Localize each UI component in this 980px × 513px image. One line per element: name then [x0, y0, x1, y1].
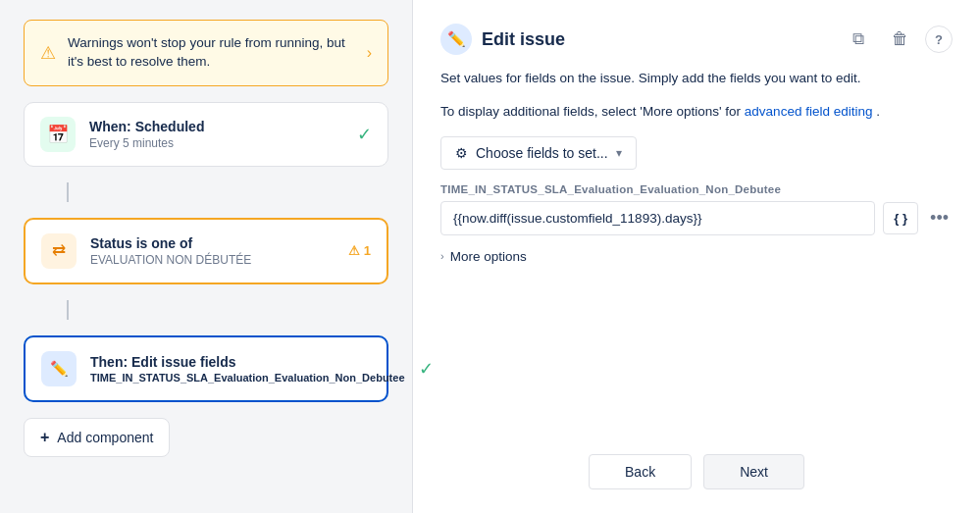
delete-button[interactable]: 🗑	[884, 24, 915, 55]
choose-fields-button[interactable]: ⚙ Choose fields to set... ▾	[440, 136, 637, 170]
plus-icon: +	[40, 429, 49, 446]
footer-row: Back Next	[440, 444, 953, 489]
copy-button[interactable]: ⧉	[843, 24, 874, 55]
right-header: ✏️ Edit issue ⧉ 🗑 ?	[440, 24, 953, 55]
scheduled-title: When: Scheduled	[89, 119, 343, 134]
add-component-label: Add component	[57, 430, 153, 445]
edit-issue-title: Then: Edit issue fields	[90, 354, 405, 370]
edit-issue-icon: ✏️	[41, 351, 77, 386]
more-options-dots-button[interactable]: •••	[926, 204, 953, 232]
left-panel: ⚠ Warnings won't stop your rule from run…	[0, 0, 412, 513]
braces-button[interactable]: { }	[883, 202, 918, 234]
gear-icon: ⚙	[455, 145, 468, 161]
copy-icon: ⧉	[852, 29, 864, 49]
connector-2	[67, 300, 69, 320]
description-2: To display additional fields, select 'Mo…	[440, 102, 953, 122]
chevron-right-icon: ›	[440, 250, 444, 262]
field-value-input[interactable]	[440, 201, 875, 235]
scheduled-icon: 📅	[40, 117, 76, 152]
status-content: Status is one of EVALUATION NON DÉBUTÉE	[90, 235, 335, 267]
warning-icon: ⚠	[40, 42, 56, 64]
trash-icon: 🗑	[892, 29, 908, 49]
chevron-down-icon: ▾	[616, 146, 622, 160]
scheduled-subtitle: Every 5 minutes	[89, 136, 343, 150]
choose-fields-label: Choose fields to set...	[476, 145, 608, 161]
description-1: Set values for fields on the issue. Simp…	[440, 69, 953, 88]
title-row: ✏️ Edit issue	[440, 24, 565, 55]
warning-banner[interactable]: ⚠ Warnings won't stop your rule from run…	[24, 20, 388, 86]
desc-suffix: .	[876, 104, 880, 119]
help-button[interactable]: ?	[925, 26, 953, 53]
status-condition-card[interactable]: ⇄ Status is one of EVALUATION NON DÉBUTÉ…	[24, 218, 388, 284]
status-title: Status is one of	[90, 235, 335, 251]
edit-issue-content: Then: Edit issue fields TIME_IN_STATUS_S…	[90, 354, 405, 384]
edit-issue-subtitle: TIME_IN_STATUS_SLA_Evaluation_Evaluation…	[90, 372, 405, 384]
edit-issue-card[interactable]: ✏️ Then: Edit issue fields TIME_IN_STATU…	[24, 335, 388, 402]
connector-1	[67, 182, 69, 202]
next-button[interactable]: Next	[703, 454, 804, 489]
more-options-row[interactable]: › More options	[440, 249, 953, 264]
back-button[interactable]: Back	[589, 454, 692, 489]
status-warning-icon: ⚠	[348, 243, 360, 258]
warning-text: Warnings won't stop your rule from runni…	[68, 34, 355, 72]
add-component-button[interactable]: + Add component	[24, 418, 170, 457]
field-label: TIME_IN_STATUS_SLA_Evaluation_Evaluation…	[440, 183, 953, 195]
more-options-label: More options	[450, 249, 527, 264]
when-scheduled-card[interactable]: 📅 When: Scheduled Every 5 minutes ✓	[24, 102, 388, 167]
scheduled-check-icon: ✓	[357, 124, 372, 145]
warning-arrow-icon: ›	[367, 44, 372, 62]
edit-issue-check-icon: ✓	[419, 358, 434, 380]
edit-icon-circle: ✏️	[440, 24, 472, 55]
status-icon: ⇄	[41, 233, 77, 269]
status-warning-count: 1	[364, 243, 371, 258]
right-title: Edit issue	[482, 29, 565, 50]
scheduled-content: When: Scheduled Every 5 minutes	[89, 119, 343, 150]
help-icon: ?	[935, 32, 943, 47]
field-section: TIME_IN_STATUS_SLA_Evaluation_Evaluation…	[440, 183, 953, 235]
right-panel: ✏️ Edit issue ⧉ 🗑 ? Set values for field…	[413, 0, 980, 513]
status-subtitle: EVALUATION NON DÉBUTÉE	[90, 253, 335, 267]
field-input-row: { } •••	[440, 201, 953, 235]
status-warning-badge: ⚠ 1	[348, 243, 371, 258]
advanced-field-link[interactable]: advanced field editing	[745, 104, 873, 119]
right-actions: ⧉ 🗑 ?	[843, 24, 953, 55]
desc-text-2: To display additional fields, select 'Mo…	[440, 104, 741, 119]
